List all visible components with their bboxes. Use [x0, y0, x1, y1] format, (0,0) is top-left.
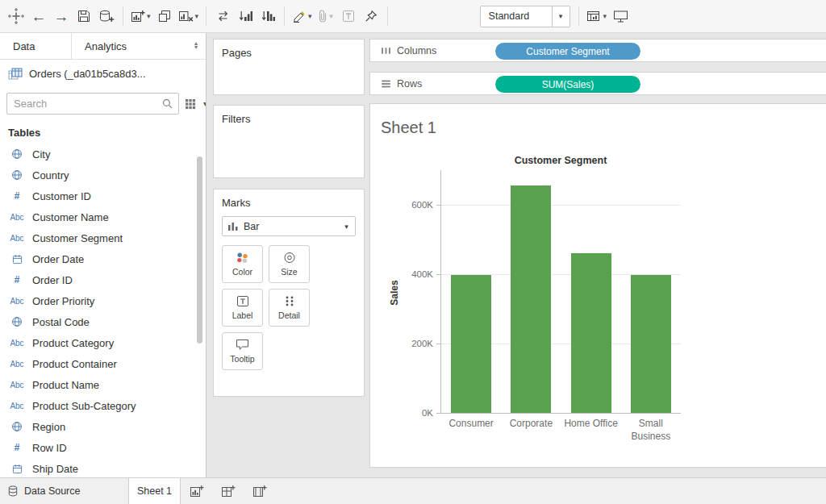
sheet-tabs-bar: Data Source Sheet 1 [0, 477, 826, 504]
field-label: Order ID [32, 274, 73, 286]
chevron-down-icon: ▾ [308, 12, 312, 20]
group-members-button[interactable]: ▾ [315, 4, 337, 28]
label-icon [236, 295, 249, 307]
field-label: Order Date [32, 253, 84, 265]
field-item-postal-code[interactable]: Postal Code [0, 311, 206, 332]
new-worksheet-tab-button[interactable] [181, 478, 212, 504]
data-source-tab[interactable]: Data Source [0, 478, 129, 504]
chevron-down-icon: ▾ [338, 217, 355, 235]
field-item-customer-segment[interactable]: AbcCustomer Segment [0, 227, 206, 248]
tab-data[interactable]: Data [0, 33, 71, 59]
columns-shelf[interactable]: Columns Customer Segment [369, 39, 826, 62]
x-category-label-consumer[interactable]: Consumer [443, 418, 499, 443]
redo-button[interactable]: → [50, 4, 73, 28]
show-hide-cards-button[interactable]: ▾ [584, 4, 610, 28]
bar-consumer[interactable] [451, 275, 491, 413]
field-item-row-id[interactable]: #Row ID [0, 437, 206, 458]
paperclip-icon [318, 10, 327, 23]
detail-button[interactable]: Detail [269, 289, 310, 327]
field-label: Postal Code [32, 316, 90, 328]
toolbar: ← → ▾ [0, 0, 826, 33]
add-data-source-button[interactable] [95, 4, 118, 28]
rows-shelf[interactable]: Rows SUM(Sales) [369, 72, 826, 95]
expand-collapse-icon[interactable]: ▴ ▾ [194, 42, 198, 50]
sort-ascending-icon [239, 10, 252, 23]
field-item-product-name[interactable]: AbcProduct Name [0, 374, 206, 395]
sort-descending-button[interactable] [257, 4, 279, 28]
data-source-icon [8, 68, 23, 80]
fix-axes-button[interactable] [360, 4, 382, 28]
field-item-product-category[interactable]: AbcProduct Category [0, 332, 206, 353]
new-story-button[interactable] [244, 478, 275, 504]
field-item-region[interactable]: Region [0, 416, 206, 437]
x-category-label-small-business[interactable]: Small Business [623, 418, 679, 443]
field-label: Order Priority [32, 295, 94, 307]
new-worksheet-icon [190, 485, 204, 498]
new-worksheet-button[interactable]: ▾ [128, 4, 153, 28]
columns-pill[interactable]: Customer Segment [495, 43, 640, 60]
sheet-tab-active[interactable]: Sheet 1 [129, 478, 181, 504]
field-item-order-id[interactable]: #Order ID [0, 269, 206, 290]
tooltip-icon [236, 339, 249, 351]
number-icon: # [8, 442, 26, 453]
fields-scrollbar-thumb[interactable] [197, 156, 202, 344]
sort-ascending-button[interactable] [234, 4, 257, 28]
globe-icon [8, 169, 26, 181]
bar-home-office[interactable] [571, 253, 611, 413]
presentation-mode-button[interactable] [609, 4, 632, 28]
rows-pill[interactable]: SUM(Sales) [495, 76, 640, 93]
mark-type-select[interactable]: Bar ▾ [222, 216, 356, 236]
filters-shelf[interactable]: Filters [213, 105, 365, 178]
chart-title: Customer Segment [440, 155, 681, 166]
forward-arrow-icon: → [54, 9, 69, 24]
clear-sheet-button[interactable]: ▾ [176, 4, 202, 28]
x-category-label-home-office[interactable]: Home Office [563, 418, 620, 443]
search-input[interactable] [7, 98, 162, 110]
pages-shelf[interactable]: Pages [213, 39, 365, 95]
duplicate-sheet-button[interactable] [153, 4, 176, 28]
abc-icon: Abc [8, 213, 26, 222]
field-item-customer-name[interactable]: AbcCustomer Name [0, 206, 206, 227]
marks-label: Marks [214, 190, 364, 215]
fit-mode-select[interactable]: Standard ▾ [480, 6, 570, 27]
field-item-product-sub-category[interactable]: AbcProduct Sub-Category [0, 395, 206, 416]
label-button[interactable]: Label [222, 289, 263, 327]
tab-analytics[interactable]: Analytics ▴ ▾ [71, 33, 206, 59]
pane-menu-button[interactable]: ▾ [202, 98, 206, 110]
bar-corporate[interactable] [511, 185, 551, 413]
globe-icon [8, 421, 26, 432]
tables-header: Tables [0, 119, 206, 144]
view-grid-button[interactable] [183, 97, 198, 111]
field-item-country[interactable]: Country [0, 165, 206, 185]
x-category-label-corporate[interactable]: Corporate [503, 418, 559, 443]
data-source-item[interactable]: Orders (_da01b5ca8d3... [0, 60, 206, 87]
swap-rows-columns-button[interactable] [211, 4, 234, 28]
field-item-product-container[interactable]: AbcProduct Container [0, 353, 206, 374]
undo-button[interactable]: ← [27, 4, 50, 28]
highlight-button[interactable]: ▾ [290, 4, 315, 28]
field-item-order-date[interactable]: Order Date [0, 248, 206, 269]
bar-small-business[interactable] [631, 275, 671, 413]
abc-icon: Abc [8, 297, 26, 306]
chevron-down-icon: ▾ [552, 6, 569, 27]
show-mark-labels-button[interactable] [337, 4, 360, 28]
color-button[interactable]: Color [222, 245, 263, 283]
field-item-city[interactable]: City [0, 144, 206, 165]
y-axis-tick [436, 413, 440, 414]
save-button[interactable] [73, 4, 95, 28]
filters-label: Filters [214, 106, 364, 131]
new-worksheet-icon [131, 10, 145, 23]
field-item-customer-id[interactable]: #Customer ID [0, 185, 206, 206]
chart-plot[interactable]: ConsumerCorporateHome OfficeSmall Busine… [440, 170, 681, 414]
field-label: Ship Date [32, 463, 78, 475]
number-icon: # [8, 274, 26, 285]
tooltip-button[interactable]: Tooltip [222, 332, 263, 370]
size-button[interactable]: Size [269, 245, 310, 283]
mark-button-label: Detail [278, 310, 300, 320]
field-item-order-priority[interactable]: AbcOrder Priority [0, 290, 206, 311]
pin-icon [365, 10, 378, 23]
text-label-icon [342, 10, 355, 23]
field-item-ship-date[interactable]: Ship Date [0, 458, 206, 477]
new-dashboard-button[interactable] [212, 478, 244, 504]
field-label: Product Sub-Category [32, 400, 136, 412]
